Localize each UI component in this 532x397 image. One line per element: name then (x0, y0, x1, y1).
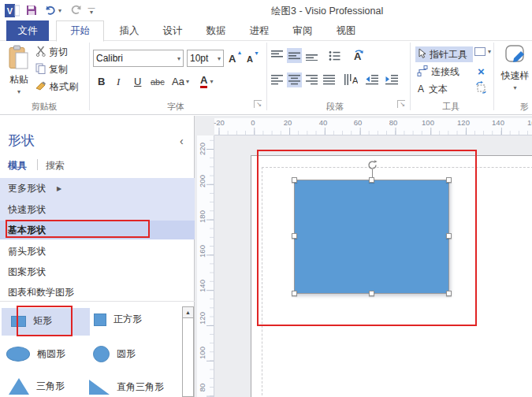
tab-stencils[interactable]: 模具 (8, 159, 27, 173)
shapes-panel-title: 形状 (8, 132, 35, 150)
stencil-label: 箭头形状 (8, 245, 46, 258)
save-icon[interactable] (25, 4, 38, 17)
free-rotate-icon[interactable] (474, 81, 487, 94)
grow-font-button[interactable]: A▲ (229, 50, 242, 67)
text-tool-button[interactable]: A 文本 (415, 82, 448, 96)
change-case-button[interactable]: Aa▾ (172, 76, 189, 87)
svg-text:A: A (352, 76, 358, 85)
align-bottom-button[interactable] (304, 48, 319, 63)
bold-button[interactable]: B (98, 76, 105, 87)
stencil-item-arrow-shapes[interactable]: 箭头形状 (0, 241, 195, 262)
format-painter-button[interactable]: 格式刷 (35, 80, 78, 94)
pointer-tool-label: 指针工具 (430, 48, 467, 61)
tab-insert[interactable]: 插入 (111, 20, 147, 41)
paste-button[interactable]: 粘贴 ▾ (5, 45, 33, 98)
gallery-item-circle[interactable]: 圆形 (93, 346, 136, 362)
redo-icon[interactable] (69, 3, 84, 17)
underline-button[interactable]: U (134, 76, 141, 87)
connection-point-tool-icon[interactable]: × (478, 65, 485, 78)
gallery-item-square[interactable]: 正方形 (94, 313, 142, 326)
gallery-item-triangle[interactable]: 三角形 (9, 378, 65, 395)
paragraph-dialog-launcher[interactable]: ↘ (397, 100, 405, 108)
cut-button[interactable]: 剪切 (35, 46, 68, 59)
change-case-glyph: Aa (172, 76, 184, 87)
tab-review[interactable]: 审阅 (285, 20, 321, 41)
stencil-label: 更多形状 (8, 182, 46, 195)
resize-handle-w[interactable] (292, 233, 297, 239)
font-dialog-launcher[interactable]: ↘ (254, 100, 262, 108)
tab-design[interactable]: 设计 (154, 20, 191, 41)
undo-dropdown-icon[interactable]: ▾ (58, 7, 61, 14)
undo-icon[interactable] (43, 3, 58, 17)
rotate-text-button[interactable]: A (349, 46, 366, 63)
font-name-combobox[interactable]: ▾ (93, 50, 184, 67)
align-top-button[interactable] (270, 48, 285, 63)
collapse-panel-icon[interactable]: ‹ (180, 135, 184, 147)
text-direction-button[interactable]: A (342, 71, 359, 87)
connector-tool-button[interactable]: 连接线 (415, 65, 459, 79)
strikethrough-button[interactable]: abc (151, 77, 165, 87)
tab-file[interactable]: 文件 (6, 20, 49, 41)
paste-label: 粘贴 (9, 73, 28, 87)
shrink-font-button[interactable]: A▼ (247, 50, 259, 68)
copy-button[interactable]: 复制 (35, 63, 68, 76)
rectangle-tool-button[interactable]: ▾ (474, 47, 491, 56)
tools-group-label: 工具 (426, 101, 476, 112)
resize-handle-ne[interactable] (446, 177, 452, 183)
stencil-item-charts-math[interactable]: 图表和数学图形 (0, 282, 195, 302)
resize-handle-se[interactable] (446, 291, 452, 296)
visio-app-icon[interactable]: V (4, 3, 20, 17)
tab-process[interactable]: 进程 (241, 20, 277, 41)
hruler-label: 60 (348, 118, 367, 127)
resize-handle-nw[interactable] (292, 177, 297, 183)
stencil-label: 图案形状 (8, 265, 46, 279)
stencil-item-more-shapes[interactable]: 更多形状 ▶ (0, 178, 195, 199)
gallery-item-label: 矩形 (33, 314, 52, 328)
justify-button[interactable] (322, 72, 337, 87)
gallery-item-label: 椭圆形 (37, 347, 65, 361)
align-left-button[interactable] (270, 72, 285, 87)
gallery-item-right-triangle[interactable]: 直角三角形 (89, 380, 164, 395)
resize-handle-s[interactable] (369, 291, 374, 296)
stencil-item-pattern-shapes[interactable]: 图案形状 (0, 262, 195, 282)
bullets-button[interactable] (327, 48, 342, 63)
qat-customize-icon[interactable]: —▾ (87, 4, 96, 17)
vertical-ruler: 220 200 180 160 140 120 100 80 (197, 135, 214, 397)
font-name-input[interactable] (94, 53, 175, 64)
quick-styles-button[interactable]: 快速样 ▾ (498, 44, 532, 101)
font-color-button[interactable]: A▾ (200, 75, 213, 88)
resize-handle-n[interactable] (369, 177, 374, 183)
chevron-down-icon[interactable]: ▾ (175, 55, 183, 62)
text-tool-icon: A (418, 83, 424, 95)
copy-label: 复制 (49, 63, 68, 76)
resize-handle-sw[interactable] (292, 291, 297, 296)
gallery-item-ellipse[interactable]: 椭圆形 (6, 347, 65, 362)
scroll-up-icon[interactable]: ▲ (183, 307, 193, 318)
selected-rectangle-shape[interactable] (294, 180, 449, 294)
align-center-button[interactable] (287, 72, 302, 87)
quick-styles-icon (504, 44, 526, 68)
tab-view[interactable]: 视图 (328, 20, 364, 41)
font-size-combobox[interactable]: ▾ (187, 50, 224, 67)
decrease-indent-button[interactable] (364, 72, 380, 87)
cut-label: 剪切 (49, 46, 68, 59)
connector-icon (417, 65, 428, 79)
font-size-input[interactable] (188, 53, 215, 64)
italic-button[interactable]: I (117, 76, 120, 88)
stencil-item-basic-shapes[interactable]: 基本形状 (0, 221, 195, 239)
rotation-handle[interactable] (366, 159, 378, 171)
stencil-item-quick-shapes[interactable]: 快速形状 (0, 199, 195, 221)
panel-divider (0, 301, 195, 302)
resize-handle-e[interactable] (446, 233, 452, 239)
tab-home[interactable]: 开始 (56, 20, 104, 42)
tab-data[interactable]: 数据 (198, 20, 234, 41)
increase-indent-button[interactable] (384, 72, 400, 87)
gallery-scrollbar[interactable]: ▲ (182, 306, 194, 397)
pointer-tool-button[interactable]: 指针工具 (415, 46, 473, 62)
chevron-down-icon[interactable]: ▾ (215, 55, 223, 62)
align-right-button[interactable] (304, 72, 319, 87)
tab-search[interactable]: 搜索 (46, 159, 65, 173)
align-middle-button[interactable] (287, 48, 302, 63)
ellipse-shape-icon (6, 347, 30, 362)
gallery-item-rectangle[interactable]: 矩形 (11, 314, 52, 328)
